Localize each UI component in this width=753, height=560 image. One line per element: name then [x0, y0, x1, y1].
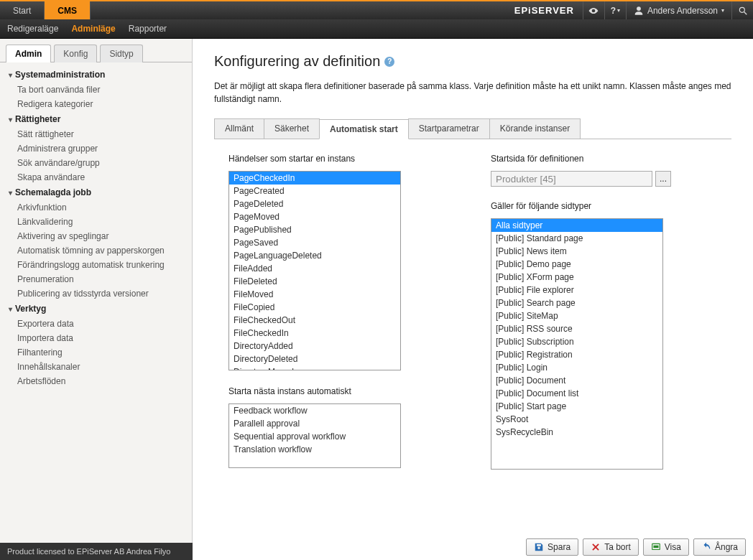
preview-icon[interactable]	[583, 1, 604, 19]
list-option[interactable]: PageCheckedIn	[229, 172, 400, 185]
inner-tabs: Allmänt Säkerhet Automatisk start Startp…	[214, 118, 731, 139]
list-option[interactable]: [Public] Search page	[491, 297, 662, 309]
search-icon[interactable]	[731, 1, 753, 19]
list-option[interactable]: FileCopied	[229, 301, 400, 314]
list-option[interactable]: [Public] Demo page	[491, 258, 662, 271]
events-listbox[interactable]: PageCheckedInPageCreatedPageDeletedPageM…	[228, 171, 401, 370]
list-option[interactable]: Feedback workflow	[229, 404, 400, 417]
side-tab-admin[interactable]: Admin	[6, 45, 51, 62]
help-icon[interactable]: ?▾	[604, 1, 626, 19]
sidebar-item[interactable]: Sök användare/grupp	[0, 156, 192, 170]
list-option[interactable]: SysRoot	[491, 413, 662, 426]
list-option[interactable]: [Public] SiteMap	[491, 309, 662, 322]
side-tab-config[interactable]: Konfig	[54, 45, 97, 62]
list-option[interactable]: SysRecycleBin	[491, 426, 662, 439]
list-option[interactable]: DirectoryDeleted	[229, 353, 400, 365]
delete-icon	[591, 542, 601, 552]
list-option[interactable]: [Public] XForm page	[491, 271, 662, 284]
startpage-input[interactable]	[491, 171, 652, 187]
list-option[interactable]: FileMoved	[229, 288, 400, 301]
sidebar-item[interactable]: Administrera grupper	[0, 141, 192, 156]
mode-bar: Redigeraläge Adminläge Rapporter	[0, 19, 753, 39]
list-option[interactable]: Alla sidtyper	[491, 219, 662, 232]
list-option[interactable]: PageDeleted	[229, 197, 400, 210]
list-option[interactable]: PagePublished	[229, 223, 400, 236]
tab-cms[interactable]: CMS	[45, 1, 91, 19]
mode-admin[interactable]: Adminläge	[71, 24, 115, 34]
list-option[interactable]: Parallell approval	[229, 417, 400, 430]
list-option[interactable]: [Public] RSS source	[491, 322, 662, 335]
tab-running[interactable]: Körande instanser	[489, 118, 581, 139]
list-option[interactable]: FileDeleted	[229, 275, 400, 288]
list-option[interactable]: [Public] Subscription	[491, 335, 662, 348]
sidebar-item[interactable]: Innehållskanaler	[0, 360, 192, 374]
show-button[interactable]: Visa	[643, 538, 689, 556]
tab-general[interactable]: Allmänt	[214, 118, 264, 139]
user-menu[interactable]: Anders Andersson ▾	[626, 1, 731, 19]
list-option[interactable]: FileCheckedIn	[229, 327, 400, 340]
mode-reports[interactable]: Rapporter	[129, 24, 167, 34]
list-option[interactable]: DirectoryMoved	[229, 365, 400, 370]
sidebar-item[interactable]: Arbetsflöden	[0, 374, 192, 388]
action-bar: Spara Ta bort Visa Ångra	[526, 538, 746, 556]
sidebar-item[interactable]: Filhantering	[0, 345, 192, 360]
list-option[interactable]: FileAdded	[229, 262, 400, 275]
tab-autostart[interactable]: Automatisk start	[319, 119, 409, 139]
pagetypes-listbox[interactable]: Alla sidtyper[Public] Standard page[Publ…	[491, 218, 663, 470]
sidebar-item[interactable]: Redigera kategorier	[0, 97, 192, 111]
list-option[interactable]: [Public] Registration	[491, 348, 662, 361]
undo-button[interactable]: Ångra	[693, 538, 746, 556]
tab-startparams[interactable]: Startparametrar	[408, 118, 490, 139]
sidebar-item[interactable]: Importera data	[0, 331, 192, 345]
svg-point-0	[739, 7, 744, 12]
top-bar: Start CMS EPiSERVER ?▾ Anders Andersson …	[0, 0, 753, 19]
svg-line-1	[744, 11, 747, 14]
list-option[interactable]: PageMoved	[229, 210, 400, 223]
browse-button[interactable]: ...	[655, 171, 671, 187]
tab-security[interactable]: Säkerhet	[264, 118, 320, 139]
page-description: Det är möjligt att skapa flera definitio…	[214, 80, 731, 106]
list-option[interactable]: DirectoryAdded	[229, 340, 400, 353]
sidebar-item[interactable]: Skapa användare	[0, 170, 192, 185]
list-option[interactable]: PageCreated	[229, 185, 400, 197]
sidebar-item[interactable]: Publicering av tidsstyrda versioner	[0, 286, 192, 301]
list-option[interactable]: [Public] Document list	[491, 387, 662, 400]
next-instance-label: Starta nästa instans automatiskt	[228, 386, 455, 396]
svg-rect-3	[653, 546, 658, 549]
list-option[interactable]: PageSaved	[229, 236, 400, 249]
sidebar-item[interactable]: Förändringslogg automatisk trunkering	[0, 258, 192, 272]
side-tab-pagetype[interactable]: Sidtyp	[100, 45, 142, 62]
sidebar-item[interactable]: Prenumeration	[0, 272, 192, 286]
list-option[interactable]: Sequential approval workflow	[229, 430, 400, 443]
sidebar-item[interactable]: Sätt rättigheter	[0, 127, 192, 141]
save-button[interactable]: Spara	[526, 538, 578, 556]
sidebar-group-rights-head[interactable]: Rättigheter	[0, 111, 192, 127]
help-dot-icon[interactable]: ?	[384, 57, 394, 67]
logo: EPiSERVER	[506, 1, 583, 19]
list-option[interactable]: PageLanguageDeleted	[229, 249, 400, 262]
list-option[interactable]: [Public] Standard page	[491, 232, 662, 245]
sidebar-item[interactable]: Ta bort oanvända filer	[0, 83, 192, 97]
list-option[interactable]: [Public] News item	[491, 245, 662, 258]
sidebar-group-tools-head[interactable]: Verktyg	[0, 301, 192, 317]
list-option[interactable]: [Public] Document	[491, 374, 662, 387]
list-option[interactable]: [Public] Start page	[491, 400, 662, 413]
sidebar-item[interactable]: Länkvalidering	[0, 215, 192, 229]
list-option[interactable]: [Public] Login	[491, 361, 662, 374]
tab-start[interactable]: Start	[0, 1, 45, 19]
pagetypes-label: Gäller för följande sidtyper	[491, 201, 717, 211]
mode-edit[interactable]: Redigeraläge	[7, 24, 58, 34]
sidebar-group-scheduled-head[interactable]: Schemalagda jobb	[0, 185, 192, 200]
disk-icon	[534, 542, 544, 552]
list-option[interactable]: [Public] File explorer	[491, 284, 662, 297]
sidebar-item[interactable]: Exportera data	[0, 317, 192, 331]
next-instance-listbox[interactable]: Feedback workflowParallell approvalSeque…	[228, 403, 401, 468]
sidebar-item[interactable]: Automatisk tömning av papperskorgen	[0, 243, 192, 258]
sidebar-item[interactable]: Arkivfunktion	[0, 200, 192, 215]
delete-button[interactable]: Ta bort	[583, 538, 639, 556]
list-option[interactable]: Translation workflow	[229, 443, 400, 456]
sidebar-item[interactable]: Aktivering av speglingar	[0, 229, 192, 243]
sidebar-group-sysadmin-head[interactable]: Systemadministration	[0, 67, 192, 83]
show-icon	[651, 542, 661, 552]
list-option[interactable]: FileCheckedOut	[229, 314, 400, 327]
